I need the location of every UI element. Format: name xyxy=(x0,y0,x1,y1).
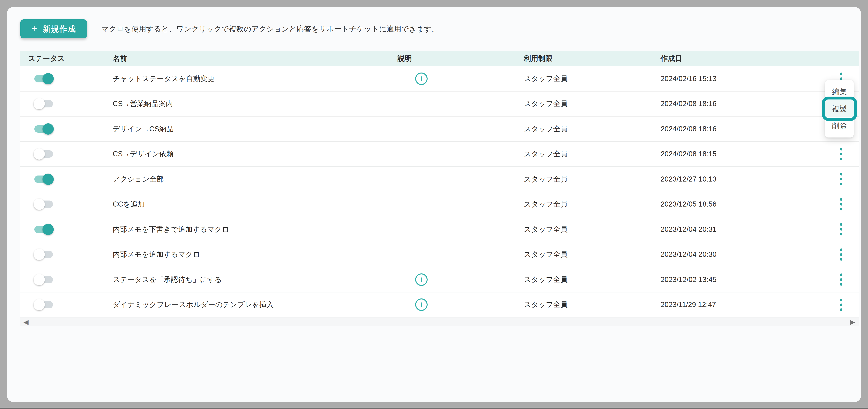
status-toggle[interactable] xyxy=(34,176,53,183)
macro-name: アクション全部 xyxy=(113,174,164,184)
created-date-cell: 2023/12/02 13:45 xyxy=(661,276,716,284)
content-card: + 新規作成 マクロを使用すると、ワンクリックで複数のアクションと応答をサポート… xyxy=(7,7,861,402)
info-icon[interactable]: i xyxy=(415,298,428,311)
created-date-cell: 2024/02/08 18:16 xyxy=(661,125,716,133)
restriction-cell: スタッフ全員 xyxy=(524,225,567,234)
status-toggle[interactable] xyxy=(34,301,53,308)
toggle-knob-icon xyxy=(34,148,45,160)
scroll-left-arrow-icon[interactable]: ◀ xyxy=(24,319,29,325)
status-toggle[interactable] xyxy=(34,276,53,283)
toggle-knob-icon xyxy=(42,174,54,185)
restriction-cell: スタッフ全員 xyxy=(524,250,567,259)
macro-name: 内部メモを追加するマクロ xyxy=(113,250,200,259)
restriction-cell: スタッフ全員 xyxy=(524,174,567,184)
restriction-cell: スタッフ全員 xyxy=(524,275,567,284)
macro-name: デザイン→CS納品 xyxy=(113,124,174,134)
toggle-knob-icon xyxy=(42,73,54,84)
context-menu-item[interactable]: 編集 xyxy=(825,83,854,100)
table-row: 内部メモを下書きで追加するマクロ スタッフ全員 2023/12/04 20:31 xyxy=(20,217,859,242)
status-toggle[interactable] xyxy=(34,75,53,83)
status-toggle[interactable] xyxy=(34,251,53,258)
created-date-cell: 2024/02/08 18:15 xyxy=(661,150,716,158)
column-header-description: 説明 xyxy=(398,54,412,63)
status-toggle[interactable] xyxy=(34,150,53,158)
table-row: CS→営業納品案内 スタッフ全員 2024/02/08 18:16 xyxy=(20,92,859,117)
created-date-cell: 2023/11/29 12:47 xyxy=(661,301,716,309)
macro-name: CS→デザイン依頼 xyxy=(113,149,174,159)
kebab-menu-button[interactable] xyxy=(837,197,845,211)
context-menu-item[interactable]: 複製 xyxy=(825,100,854,117)
macros-table: ステータス 名前 説明 利用制限 作成日 チャットステータスを自動変更 i スタ… xyxy=(20,51,859,326)
table-row: CCを追加 スタッフ全員 2023/12/05 18:56 xyxy=(20,192,859,217)
status-toggle[interactable] xyxy=(34,100,53,107)
plus-icon: + xyxy=(31,24,37,34)
toggle-knob-icon xyxy=(42,224,54,235)
table-row: ステータスを「承認待ち」にする i スタッフ全員 2023/12/02 13:4… xyxy=(20,267,859,292)
context-menu-item[interactable]: 削除 xyxy=(825,117,854,134)
column-header-created: 作成日 xyxy=(661,54,682,63)
kebab-menu-button[interactable] xyxy=(837,147,845,161)
window-bottom-edge xyxy=(0,408,868,409)
horizontal-scrollbar[interactable]: ◀ ▶ xyxy=(20,317,859,326)
restriction-cell: スタッフ全員 xyxy=(524,149,567,159)
table-row: チャットステータスを自動変更 i スタッフ全員 2024/02/16 15:13 xyxy=(20,66,859,92)
table-row: ダイナミックプレースホルダーのテンプレを挿入 i スタッフ全員 2023/11/… xyxy=(20,292,859,318)
created-date-cell: 2024/02/16 15:13 xyxy=(661,75,716,83)
toggle-knob-icon xyxy=(42,123,54,134)
info-icon[interactable]: i xyxy=(415,274,428,286)
macros-page: + 新規作成 マクロを使用すると、ワンクリックで複数のアクションと応答をサポート… xyxy=(0,0,868,409)
macro-name: ステータスを「承認待ち」にする xyxy=(113,275,222,284)
kebab-menu-button[interactable] xyxy=(837,298,845,311)
row-context-menu: 編集 複製 削除 xyxy=(825,80,854,137)
created-date-cell: 2023/12/04 20:30 xyxy=(661,250,716,258)
restriction-cell: スタッフ全員 xyxy=(524,300,567,310)
table-row: デザイン→CS納品 スタッフ全員 2024/02/08 18:16 xyxy=(20,117,859,142)
scroll-right-arrow-icon[interactable]: ▶ xyxy=(850,319,855,325)
created-date-cell: 2023/12/05 18:56 xyxy=(661,200,716,208)
restriction-cell: スタッフ全員 xyxy=(524,99,567,108)
restriction-cell: スタッフ全員 xyxy=(524,74,567,84)
table-header: ステータス 名前 説明 利用制限 作成日 xyxy=(20,51,859,66)
status-toggle[interactable] xyxy=(34,226,53,233)
created-date-cell: 2023/12/04 20:31 xyxy=(661,225,716,233)
toggle-knob-icon xyxy=(34,249,45,260)
macro-name: CS→営業納品案内 xyxy=(113,99,173,108)
info-icon[interactable]: i xyxy=(415,72,428,85)
page-description: マクロを使用すると、ワンクリックで複数のアクションと応答をサポートチケットに適用… xyxy=(101,25,439,33)
table-body: チャットステータスを自動変更 i スタッフ全員 2024/02/16 15:13… xyxy=(20,66,859,317)
macro-name: ダイナミックプレースホルダーのテンプレを挿入 xyxy=(113,300,274,310)
create-new-button[interactable]: + 新規作成 xyxy=(20,20,87,38)
kebab-menu-button[interactable] xyxy=(837,248,845,261)
column-header-restriction: 利用制限 xyxy=(524,54,553,63)
toggle-knob-icon xyxy=(34,274,45,285)
status-toggle[interactable] xyxy=(34,125,53,133)
kebab-menu-button[interactable] xyxy=(837,223,845,236)
kebab-menu-button[interactable] xyxy=(837,273,845,286)
macro-name: CCを追加 xyxy=(113,199,145,209)
restriction-cell: スタッフ全員 xyxy=(524,124,567,134)
toggle-knob-icon xyxy=(34,198,45,210)
table-row: CS→デザイン依頼 スタッフ全員 2024/02/08 18:15 xyxy=(20,142,859,167)
created-date-cell: 2023/12/27 10:13 xyxy=(661,175,716,183)
column-header-name: 名前 xyxy=(113,54,127,63)
kebab-menu-button[interactable] xyxy=(837,172,845,186)
macro-name: 内部メモを下書きで追加するマクロ xyxy=(113,225,229,234)
column-header-status: ステータス xyxy=(28,54,65,63)
create-new-label: 新規作成 xyxy=(43,24,76,34)
toggle-knob-icon xyxy=(34,299,45,310)
status-toggle[interactable] xyxy=(34,200,53,208)
table-row: 内部メモを追加するマクロ スタッフ全員 2023/12/04 20:30 xyxy=(20,242,859,268)
macro-name: チャットステータスを自動変更 xyxy=(113,74,215,84)
restriction-cell: スタッフ全員 xyxy=(524,199,567,209)
toggle-knob-icon xyxy=(34,98,45,109)
created-date-cell: 2024/02/08 18:16 xyxy=(661,100,716,108)
table-row: アクション全部 スタッフ全員 2023/12/27 10:13 xyxy=(20,167,859,192)
